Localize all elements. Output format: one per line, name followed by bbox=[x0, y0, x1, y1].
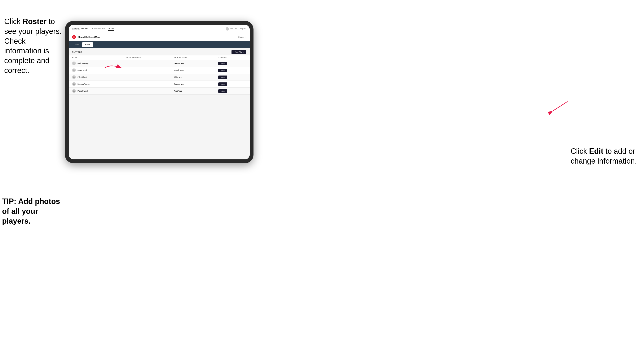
team-logo: C bbox=[72, 35, 76, 39]
table-row: Elliot Ebert Third Year✎ Edit bbox=[69, 74, 250, 81]
cancel-button[interactable]: Cancel ✕ bbox=[238, 36, 246, 38]
tablet-screen: SCOREBOARD Powered by clippi TOURNAMENTS… bbox=[69, 25, 250, 160]
player-school-year: Fourth Year bbox=[171, 67, 215, 74]
player-actions: ✎ Edit bbox=[215, 74, 250, 81]
tab-roster[interactable]: Roster bbox=[82, 42, 93, 47]
edit-player-button[interactable]: ✎ Edit bbox=[218, 62, 227, 65]
svg-point-4 bbox=[74, 90, 74, 91]
player-actions: ✎ Edit bbox=[215, 81, 250, 88]
tablet-device: SCOREBOARD Powered by clippi TOURNAMENTS… bbox=[65, 21, 254, 163]
player-avatar bbox=[72, 89, 76, 93]
roster-arrow bbox=[103, 62, 128, 74]
player-email bbox=[122, 88, 170, 95]
sign-out-link[interactable]: Sign out bbox=[240, 28, 246, 30]
player-name: Blair McHarg bbox=[78, 62, 88, 64]
player-school-year: First Year bbox=[171, 88, 215, 95]
nav-links: TOURNAMENTS TEAMS bbox=[92, 27, 226, 31]
navbar: SCOREBOARD Powered by clippi TOURNAMENTS… bbox=[69, 25, 250, 33]
player-avatar bbox=[72, 75, 76, 79]
edit-player-button[interactable]: ✎ Edit bbox=[218, 76, 227, 79]
player-actions: ✎ Edit bbox=[215, 88, 250, 95]
player-email bbox=[122, 81, 170, 88]
edit-player-button[interactable]: ✎ Edit bbox=[218, 82, 227, 86]
col-year: SCHOOL YEAR bbox=[171, 55, 215, 60]
roster-bold: Roster bbox=[23, 17, 46, 26]
player-avatar bbox=[72, 61, 76, 65]
player-avatar bbox=[72, 82, 76, 86]
nav-tournaments[interactable]: TOURNAMENTS bbox=[92, 27, 105, 31]
player-actions: ✎ Edit bbox=[215, 60, 250, 67]
separator: | bbox=[238, 28, 239, 30]
player-email bbox=[122, 67, 170, 74]
col-email: EMAIL ADDRESS bbox=[122, 55, 170, 60]
players-header: PLAYERS + Add Player bbox=[69, 48, 250, 55]
player-name: Elliot Ebert bbox=[78, 76, 87, 78]
player-actions: ✎ Edit bbox=[215, 67, 250, 74]
svg-point-2 bbox=[74, 76, 74, 77]
team-name-row: C Clippd College (Men) bbox=[72, 35, 100, 39]
table-row: Marcus Turner Second Year✎ Edit bbox=[69, 81, 250, 88]
table-row: Blair McHarg Second Year✎ Edit bbox=[69, 60, 250, 67]
left-instructions: Click Roster to see your players. Check … bbox=[4, 17, 65, 76]
player-school-year: Second Year bbox=[171, 81, 215, 88]
player-avatar bbox=[72, 68, 76, 72]
table-row: Piers Parnell First Year✎ Edit bbox=[69, 88, 250, 95]
table-row: David Ford Fourth Year✎ Edit bbox=[69, 67, 250, 74]
roster-table: NAME EMAIL ADDRESS SCHOOL YEAR ACTIONS B… bbox=[69, 55, 250, 95]
brand-subtitle: Powered by clippi bbox=[72, 29, 88, 30]
tabs-bar: Details Roster bbox=[69, 41, 250, 48]
user-avatar-icon bbox=[226, 27, 229, 30]
svg-point-1 bbox=[74, 69, 74, 70]
brand: SCOREBOARD Powered by clippi bbox=[72, 27, 88, 30]
edit-player-button[interactable]: ✎ Edit bbox=[218, 69, 227, 72]
tip-text: TIP: Add photos of all your players. bbox=[2, 197, 67, 226]
col-actions: ACTIONS bbox=[215, 55, 250, 60]
svg-point-0 bbox=[74, 62, 74, 63]
edit-bold: Edit bbox=[589, 147, 603, 156]
add-player-button[interactable]: + Add Player bbox=[232, 50, 246, 54]
tab-details[interactable]: Details bbox=[71, 42, 82, 47]
player-name: Marcus Turner bbox=[78, 83, 90, 85]
team-name: Clippd College (Men) bbox=[78, 36, 100, 38]
player-name-cell: Piers Parnell bbox=[69, 88, 122, 95]
player-email bbox=[122, 60, 170, 67]
nav-teams[interactable]: TEAMS bbox=[108, 27, 114, 31]
player-name-cell: Marcus Turner bbox=[69, 81, 122, 88]
player-name: Piers Parnell bbox=[78, 90, 88, 92]
col-name: NAME bbox=[69, 55, 122, 60]
team-header: C Clippd College (Men) Cancel ✕ bbox=[69, 33, 250, 41]
svg-point-3 bbox=[74, 83, 74, 84]
content-area: PLAYERS + Add Player NAME EMAIL ADDRESS … bbox=[69, 48, 250, 160]
players-label: PLAYERS bbox=[72, 51, 82, 53]
edit-arrow bbox=[549, 99, 570, 116]
player-name-cell: Elliot Ebert bbox=[69, 74, 122, 81]
nav-right: Test User | Sign out bbox=[226, 27, 246, 30]
edit-player-button[interactable]: ✎ Edit bbox=[218, 89, 227, 93]
player-email bbox=[122, 74, 170, 81]
player-name: David Ford bbox=[78, 69, 87, 71]
user-text: Test User bbox=[230, 28, 237, 30]
right-instructions: Click Edit to add or change information. bbox=[571, 147, 638, 166]
player-school-year: Second Year bbox=[171, 60, 215, 67]
player-school-year: Third Year bbox=[171, 74, 215, 81]
